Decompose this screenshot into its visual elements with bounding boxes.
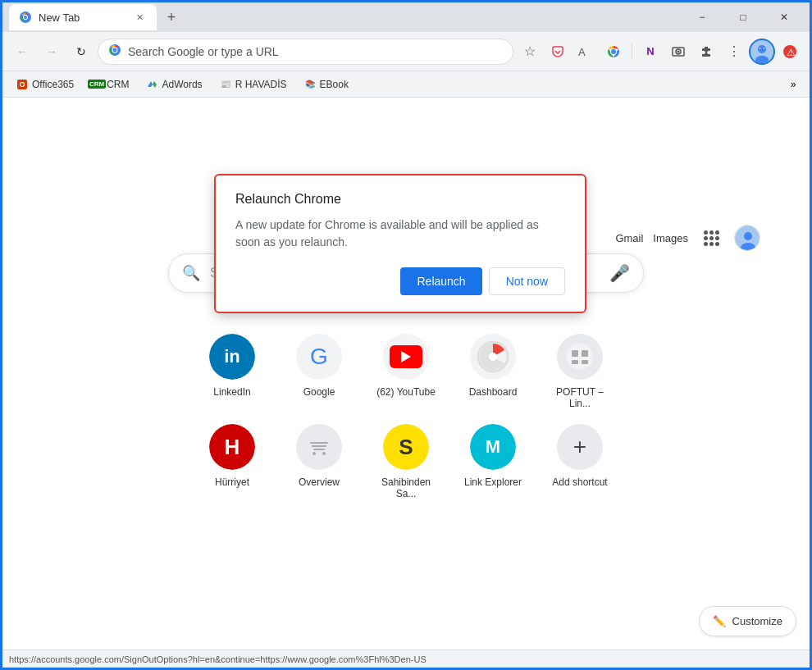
svg-point-16	[764, 48, 765, 49]
bookmark-adwords[interactable]: AdWords	[139, 75, 208, 94]
shortcut-linkedin-label: LinkedIn	[213, 386, 250, 398]
link-explorer-icon: M	[470, 424, 516, 470]
shortcut-hurriyet[interactable]: H Hürriyet	[195, 417, 269, 506]
google-topbar: Gmail Images	[615, 225, 760, 251]
shortcuts-row-2: H Hürriyet	[195, 417, 617, 506]
shortcut-poftut-label: POFTUT – Lin...	[550, 386, 610, 409]
google-apps-button[interactable]	[698, 225, 724, 251]
shortcut-add[interactable]: + Add shortcut	[543, 417, 617, 506]
svg-point-11	[677, 50, 680, 52]
svg-point-34	[322, 452, 326, 455]
screenshot-button[interactable]	[665, 39, 691, 65]
forward-button[interactable]: →	[39, 39, 65, 65]
address-bar[interactable]: Search Google or type a URL	[98, 39, 513, 65]
dialog-body: A new update for Chrome is available and…	[235, 216, 565, 251]
search-icon: 🔍	[182, 264, 200, 282]
svg-point-33	[312, 452, 316, 455]
shortcut-youtube[interactable]: (62) YouTube	[369, 327, 443, 416]
shortcut-dashboard[interactable]: Dashboard	[456, 327, 530, 416]
customize-button[interactable]: ✏️ Customize	[699, 606, 796, 636]
more-bookmarks-button[interactable]: »	[783, 75, 803, 94]
google-account-button[interactable]	[734, 225, 760, 251]
bookmark-ebook-label: EBook	[320, 79, 349, 90]
browser-tab[interactable]: New Tab ✕	[9, 4, 157, 30]
add-shortcut-plus: +	[557, 424, 603, 470]
shortcut-overview[interactable]: Overview	[282, 417, 356, 506]
bookmark-star-button[interactable]: ☆	[517, 39, 543, 65]
hurriyet-logo: H	[209, 424, 255, 470]
status-bar: https://accounts.google.com/SignOutOptio…	[2, 649, 810, 668]
bookmark-office365[interactable]: O Office365	[9, 75, 80, 94]
linkedin-logo: in	[209, 334, 255, 380]
relaunch-dialog: Relaunch Chrome A new update for Chrome …	[216, 175, 585, 312]
shortcut-poftut[interactable]: POFTUT – Lin...	[543, 327, 617, 416]
onenote-toolbar-button[interactable]: N	[637, 39, 664, 65]
svg-point-15	[760, 48, 761, 49]
back-button[interactable]: ←	[9, 39, 35, 65]
shortcut-youtube-label: (62) YouTube	[376, 386, 436, 398]
toolbar: ← → ↻ Search Google or type a URL ☆	[2, 32, 810, 71]
bookmark-office365-label: Office365	[32, 79, 74, 90]
svg-point-13	[758, 45, 766, 53]
rhavadis-favicon: 📰	[219, 78, 232, 91]
bookmark-crm[interactable]: CRM CRM	[84, 75, 135, 94]
shortcut-sahibinden[interactable]: S Sahibinden Sa...	[369, 417, 443, 506]
hurriyet-icon: H	[209, 424, 255, 470]
minimize-button[interactable]: −	[683, 4, 721, 30]
sahibinden-logo: S	[383, 424, 429, 470]
more-bookmarks-label: »	[791, 79, 796, 90]
svg-point-20	[744, 232, 752, 240]
maximize-button[interactable]: □	[724, 4, 762, 30]
window-controls: − □ ✕	[683, 4, 803, 30]
address-text: Search Google or type a URL	[128, 45, 279, 58]
tab-title: New Tab	[39, 11, 80, 24]
shortcut-linkedin[interactable]: in LinkedIn	[195, 327, 269, 416]
bookmark-rhavadis-label: R HAVADİS	[235, 79, 287, 90]
customize-pencil-icon: ✏️	[713, 615, 726, 627]
microphone-icon[interactable]: 🎤	[609, 263, 630, 283]
reload-button[interactable]: ↻	[68, 39, 94, 65]
google-icon: G	[296, 334, 342, 380]
google-g-logo: G	[310, 344, 328, 370]
bookmark-adwords-label: AdWords	[162, 79, 202, 90]
tab-close-button[interactable]: ✕	[132, 10, 147, 25]
dialog-actions: Relaunch Not now	[235, 267, 565, 295]
translate-button[interactable]: A	[573, 39, 599, 65]
gmail-link[interactable]: Gmail	[615, 232, 643, 244]
svg-rect-27	[572, 360, 578, 364]
svg-rect-25	[572, 350, 578, 357]
ebook-favicon: 📚	[303, 78, 317, 91]
overview-icon	[296, 424, 342, 470]
svg-rect-28	[582, 360, 588, 364]
chrome-identity-button[interactable]	[600, 39, 627, 65]
shortcut-add-label: Add shortcut	[552, 476, 607, 488]
shortcut-link-explorer-label: Link Explorer	[464, 476, 522, 488]
svg-point-24	[567, 344, 593, 370]
security-icon-button[interactable]: ⚠	[777, 39, 803, 65]
not-now-button[interactable]: Not now	[489, 267, 565, 295]
bookmark-rhavadis[interactable]: 📰 R HAVADİS	[212, 75, 294, 94]
profile-button[interactable]	[749, 39, 775, 65]
svg-rect-30	[310, 442, 328, 444]
shortcut-hurriyet-label: Hürriyet	[215, 476, 249, 488]
shortcut-link-explorer[interactable]: M Link Explorer	[456, 417, 530, 506]
shortcut-dashboard-label: Dashboard	[469, 386, 518, 398]
images-link[interactable]: Images	[653, 232, 688, 244]
shortcut-google[interactable]: G Google	[282, 327, 356, 416]
new-tab-button[interactable]: +	[160, 6, 183, 29]
pocket-button[interactable]	[545, 39, 571, 65]
extensions-button[interactable]	[693, 39, 719, 65]
relaunch-button[interactable]: Relaunch	[400, 267, 481, 295]
shortcut-sahibinden-label: Sahibinden Sa...	[376, 476, 436, 499]
svg-point-2	[24, 16, 27, 19]
linkedin-icon: in	[209, 334, 255, 380]
title-bar: New Tab ✕ + − □ ✕	[2, 2, 810, 32]
overview-logo	[296, 424, 342, 470]
chrome-menu-button[interactable]: ⋮	[721, 39, 747, 65]
youtube-icon	[383, 334, 429, 380]
close-button[interactable]: ✕	[765, 4, 803, 30]
toolbar-actions: ☆ A N	[517, 39, 803, 65]
bookmark-ebook[interactable]: 📚 EBook	[297, 75, 355, 94]
sahibinden-icon: S	[383, 424, 429, 470]
customize-label: Customize	[732, 615, 782, 627]
